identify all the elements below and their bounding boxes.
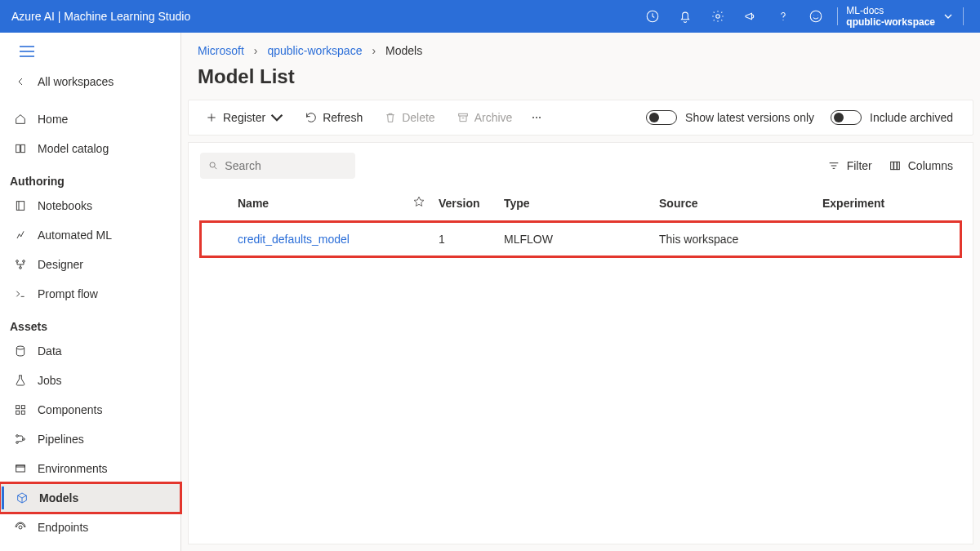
sidebar-item-model-catalog[interactable]: Model catalog [0,134,180,163]
svg-point-14 [23,260,25,263]
star-column-header[interactable] [412,195,439,211]
svg-rect-9 [16,144,20,152]
clock-icon[interactable] [636,0,669,33]
trash-icon [384,111,397,124]
bell-icon[interactable] [669,0,702,33]
svg-point-29 [532,117,534,118]
svg-point-1 [716,15,720,19]
nav-label: All workspaces [38,75,114,88]
top-header: Azure AI | Machine Learning Studio ML-do… [0,0,980,33]
section-header-authoring: Authoring [0,163,180,191]
col-experiment[interactable]: Experiment [822,197,945,210]
svg-point-30 [536,117,537,118]
col-name[interactable]: Name [233,197,412,210]
sidebar-item-prompt-flow[interactable]: Prompt flow [0,279,180,309]
menu-toggle[interactable] [0,36,180,67]
model-source: This workspace [659,233,822,246]
workspace-name: qpublic-workspace [846,16,935,28]
chevron-down-icon [270,111,283,124]
columns-button[interactable]: Columns [880,156,961,176]
button-label: Columns [908,159,953,172]
more-button[interactable] [525,106,548,129]
col-source[interactable]: Source [659,197,822,210]
svg-rect-25 [16,465,25,472]
model-table: Name Version Type Source Experiment cred… [200,185,961,257]
toggle-include-archived[interactable]: Include archived [831,110,953,125]
svg-rect-10 [21,144,25,152]
svg-rect-26 [16,465,25,467]
nav-label: Model catalog [38,142,109,155]
sidebar-item-environments[interactable]: Environments [0,454,180,483]
nav-label: Jobs [38,374,62,387]
pipeline-icon [13,432,28,447]
svg-point-31 [539,117,541,118]
data-icon [13,344,28,358]
sidebar-item-components[interactable]: Components [0,395,180,424]
sidebar-item-models[interactable]: Models [0,483,180,513]
nav-label: Designer [38,258,83,271]
nav-label: Models [39,491,78,504]
help-icon[interactable] [767,0,800,33]
automl-icon [13,228,28,242]
crumb-microsoft[interactable]: Microsoft [198,44,244,57]
separator [837,7,838,25]
models-icon [15,491,29,505]
all-workspaces[interactable]: All workspaces [0,67,180,96]
toggle-show-latest[interactable]: Show latest versions only [646,110,814,125]
sidebar-item-jobs[interactable]: Jobs [0,366,180,395]
svg-rect-21 [21,411,24,414]
sidebar-item-home[interactable]: Home [0,104,180,134]
chevron-right-icon: › [372,44,376,57]
register-button[interactable]: Register [197,106,292,129]
sidebar-item-designer[interactable]: Designer [0,250,180,279]
gear-icon[interactable] [702,0,734,33]
section-header-assets: Assets [0,309,180,336]
sidebar-item-data[interactable]: Data [0,336,180,366]
table-row[interactable]: credit_defaults_model 1 MLFLOW This work… [200,221,961,257]
sidebar-item-pipelines[interactable]: Pipelines [0,424,180,454]
nav-label: Automated ML [38,229,112,242]
sidebar-item-endpoints[interactable]: Endpoints [0,513,180,542]
flask-icon [13,373,28,388]
search-input[interactable] [225,159,347,172]
catalog-icon [13,141,28,156]
sidebar-item-notebooks[interactable]: Notebooks [0,191,180,220]
main-content: Microsoft › qpublic-workspace › Models M… [181,33,980,551]
nav-label: Endpoints [38,521,88,534]
page-title: Model List [181,62,980,100]
svg-rect-19 [21,406,24,409]
svg-rect-11 [16,202,24,211]
list-topbar: Filter Columns [200,153,961,179]
svg-rect-20 [16,411,20,414]
delete-button[interactable]: Delete [376,106,443,129]
account-switcher[interactable]: ML-docs qpublic-workspace [843,5,938,29]
svg-point-24 [16,442,19,444]
nav-label: Home [38,113,68,126]
filter-button[interactable]: Filter [819,156,880,176]
svg-point-22 [16,435,19,438]
nav-label: Environments [38,462,108,475]
crumb-workspace[interactable]: qpublic-workspace [267,44,362,57]
col-type[interactable]: Type [504,197,659,210]
svg-rect-38 [897,162,899,169]
button-label: Delete [402,111,434,124]
col-version[interactable]: Version [439,197,504,210]
prompt-icon [13,287,28,301]
model-name-link[interactable]: credit_defaults_model [233,233,412,246]
smile-icon[interactable] [800,0,832,33]
nav-label: Notebooks [38,199,92,212]
designer-icon [13,257,28,272]
list-panel: Filter Columns Name Version Type Source … [188,142,973,544]
search-box[interactable] [200,153,355,179]
refresh-button[interactable]: Refresh [296,106,371,129]
archive-button[interactable]: Archive [448,106,521,129]
components-icon [13,402,28,417]
megaphone-icon[interactable] [734,0,767,33]
plus-icon [205,111,218,124]
svg-point-13 [16,260,19,263]
sidebar-item-automated-ml[interactable]: Automated ML [0,220,180,250]
chevron-down-icon[interactable] [938,12,958,20]
svg-point-2 [783,20,784,20]
svg-point-15 [20,267,22,269]
home-icon [13,112,28,127]
